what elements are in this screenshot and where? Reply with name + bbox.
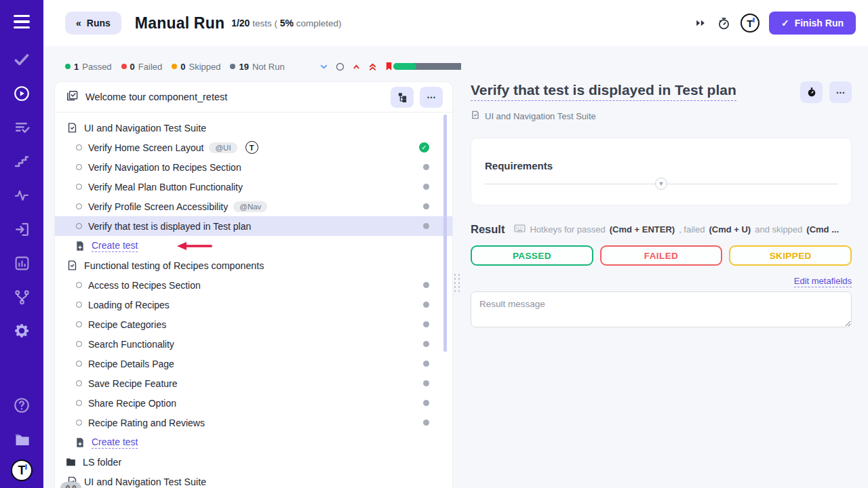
result-skipped-button[interactable]: SKIPPED [729,245,852,266]
row-label: Search Functionality [88,339,174,350]
tests-label: tests ( [252,18,277,28]
status-dot-icon [172,64,177,69]
run-checklist-icon [66,89,79,105]
bookmark-icon[interactable] [384,61,394,72]
test-tree: UI and Navigation Test SuiteVerify Home … [55,113,452,488]
folder-row[interactable]: LS folder [55,452,452,472]
suite-row[interactable]: UI and Navigation Test Suite [55,118,452,138]
suite-row[interactable]: Functional testing of Recipes components [55,256,452,275]
breadcrumb[interactable]: UI and Navigation Test Suite [471,110,852,122]
check-icon[interactable] [8,46,35,73]
folder-icon[interactable] [8,426,35,453]
finish-run-button[interactable]: ✓ Finish Run [769,12,856,35]
help-icon[interactable] [8,392,35,419]
test-status-ring-icon [76,203,82,209]
test-title[interactable]: Verify that test is displayed in Test pl… [471,81,736,101]
test-row[interactable]: Share Recipe Option [55,393,452,413]
status-notrun-icon [423,223,429,229]
test-row[interactable]: Verify Navigation to Recipes Section [55,157,452,177]
row-label: Recipe Categories [88,319,166,330]
panel-resize-handle[interactable] [453,81,461,488]
result-counts: 1Passed0Failed0Skipped19Not Run [65,62,285,72]
list-check-icon[interactable] [8,114,35,141]
sidebar-nav [8,46,35,344]
test-row[interactable]: Verify that test is displayed in Test pl… [55,216,452,236]
run-name: Welcome tour component_retest [85,92,227,102]
bar-chart-icon[interactable] [8,249,35,277]
status-dot-icon [121,64,127,69]
count-passed: 1Passed [65,62,112,72]
completed-label: completed) [296,18,342,28]
run-progress-summary: 1/20 tests ( 5% completed) [231,18,341,28]
row-label[interactable]: Create test [92,240,138,252]
test-status-ring-icon [76,302,82,308]
test-status-ring-icon [76,184,82,190]
test-row[interactable]: Access to Recipes Section [55,275,452,295]
row-label: UI and Navigation Test Suite [84,476,206,487]
row-label: Verify Profile Screen Accessibility [88,201,228,212]
row-label[interactable]: Create test [92,436,138,449]
result-message-input[interactable] [471,291,852,327]
result-failed-button[interactable]: FAILED [600,245,723,266]
test-row[interactable]: Loading of Recipes [55,295,452,314]
result-passed-button[interactable]: PASSED [471,245,593,266]
chevrons-left-icon: « [76,18,81,28]
menu-icon[interactable] [8,8,35,35]
row-label: Functional testing of Recipes components [84,260,264,271]
tree-header: Welcome tour component_retest ⋯ [55,82,452,113]
test-row[interactable]: Verify Profile Screen Accessibility@Nav [55,197,452,216]
count-skipped: 0Skipped [172,62,220,72]
row-label: LS folder [83,457,121,468]
chevron-up-icon[interactable] [351,62,361,72]
status-passed-icon: ✓ [419,142,429,152]
test-status-ring-icon [76,361,82,367]
create-test-row[interactable]: Create test [55,236,452,256]
test-row[interactable]: Search Functionality [55,334,452,354]
test-row[interactable]: Verify Meal Plan Button Functionality [55,177,452,197]
test-row[interactable]: Recipe Rating and Reviews [55,413,452,432]
status-notrun-icon [423,282,429,288]
test-status-ring-icon [76,223,82,229]
testomat-logo[interactable]: T [11,460,33,481]
create-icon [75,437,85,448]
create-test-row[interactable]: Create test [55,432,452,452]
back-to-runs-button[interactable]: « Runs [65,12,121,35]
test-status-ring-icon [76,282,82,288]
suite-row[interactable]: UI and Navigation Test Suite [55,472,452,488]
check-icon: ✓ [781,18,789,28]
tree-more-icon[interactable]: ⋯ [420,87,443,108]
testomat-badge-icon[interactable]: T [741,14,760,33]
test-row[interactable]: Recipe Categories [55,314,452,334]
branch-icon[interactable] [8,283,35,310]
circle-icon[interactable] [335,62,345,72]
timer-icon[interactable] [800,81,823,103]
stopwatch-icon[interactable] [717,16,731,30]
test-status-ring-icon [76,321,82,327]
test-row[interactable]: Save Recipe Feature [55,373,452,393]
row-label: Save Recipe Feature [88,378,178,389]
gear-icon[interactable] [8,317,35,344]
fast-forward-icon[interactable] [694,16,707,30]
test-status-ring-icon [76,144,82,150]
import-icon[interactable] [8,216,35,243]
chevron-down-icon[interactable] [319,62,329,72]
test-tree-panel: Welcome tour component_retest ⋯ UI and N… [54,81,453,488]
status-notrun-icon [423,341,429,347]
count-not-run: 19Not Run [230,62,284,72]
edit-metafields-link[interactable]: Edit metafields [794,276,852,287]
test-row[interactable]: Verify Home Screen Layout@UIT✓ [55,138,452,157]
test-row[interactable]: Recipe Details Page [55,354,452,373]
status-notrun-icon [423,400,429,406]
play-circle-icon[interactable] [8,80,35,107]
result-buttons: PASSEDFAILEDSKIPPED [471,245,852,266]
chevrons-up-icon[interactable] [368,62,378,72]
tree-scrollbar[interactable] [443,115,447,352]
test-more-icon[interactable]: ⋯ [829,81,852,103]
steps-icon[interactable] [8,148,35,175]
count-failed: 0Failed [121,62,163,72]
expand-requirements-icon[interactable]: ▼ [655,178,667,190]
status-dot-icon [65,64,71,69]
tree-view-icon[interactable] [391,87,414,108]
activity-icon[interactable] [8,182,35,209]
breadcrumb-label: UI and Navigation Test Suite [485,111,596,121]
